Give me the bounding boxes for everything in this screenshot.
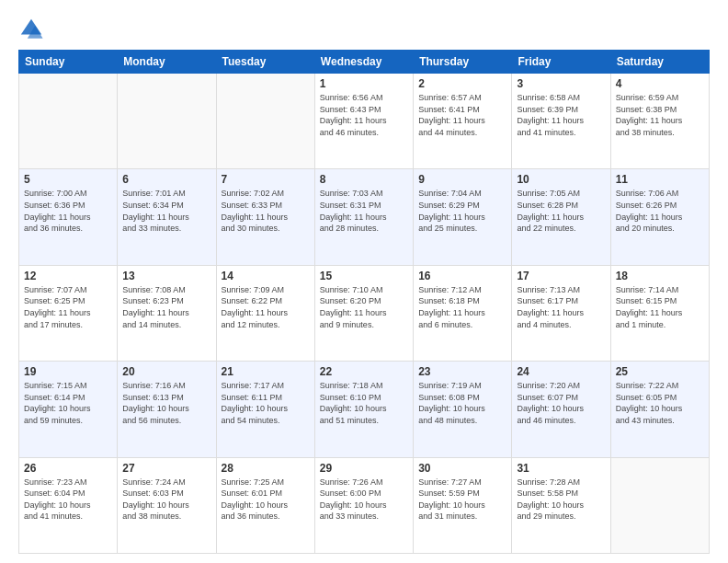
- day-info: Sunrise: 7:00 AMSunset: 6:36 PMDaylight:…: [24, 188, 112, 234]
- calendar-cell: 13Sunrise: 7:08 AMSunset: 6:23 PMDayligh…: [118, 265, 216, 361]
- page: SundayMondayTuesdayWednesdayThursdayFrid…: [0, 0, 728, 563]
- col-header-monday: Monday: [118, 51, 216, 74]
- calendar-cell: 1Sunrise: 6:56 AMSunset: 6:43 PMDaylight…: [314, 74, 413, 169]
- calendar-cell: [19, 74, 118, 169]
- day-number: 7: [222, 173, 310, 186]
- col-header-saturday: Saturday: [610, 51, 709, 74]
- day-info: Sunrise: 7:16 AMSunset: 6:13 PMDaylight:…: [122, 380, 210, 426]
- calendar-week-row: 1Sunrise: 6:56 AMSunset: 6:43 PMDaylight…: [19, 74, 710, 169]
- day-info: Sunrise: 7:13 AMSunset: 6:17 PMDaylight:…: [517, 284, 605, 330]
- calendar-cell: 24Sunrise: 7:20 AMSunset: 6:07 PMDayligh…: [512, 362, 610, 457]
- day-number: 3: [517, 77, 605, 90]
- day-number: 11: [616, 173, 704, 186]
- day-number: 30: [418, 462, 506, 475]
- calendar-cell: 16Sunrise: 7:12 AMSunset: 6:18 PMDayligh…: [414, 265, 512, 361]
- calendar-cell: 5Sunrise: 7:00 AMSunset: 6:36 PMDaylight…: [19, 169, 118, 265]
- day-number: 19: [24, 365, 112, 378]
- day-number: 22: [320, 365, 408, 378]
- calendar-cell: [610, 457, 709, 553]
- day-info: Sunrise: 7:17 AMSunset: 6:11 PMDaylight:…: [222, 380, 310, 426]
- calendar-cell: 22Sunrise: 7:18 AMSunset: 6:10 PMDayligh…: [314, 362, 413, 457]
- day-number: 29: [320, 462, 408, 475]
- day-info: Sunrise: 7:19 AMSunset: 6:08 PMDaylight:…: [418, 380, 506, 426]
- calendar-cell: [216, 74, 314, 169]
- day-info: Sunrise: 7:08 AMSunset: 6:23 PMDaylight:…: [122, 284, 210, 330]
- day-number: 9: [418, 173, 506, 186]
- day-info: Sunrise: 7:18 AMSunset: 6:10 PMDaylight:…: [320, 380, 408, 426]
- calendar-cell: 19Sunrise: 7:15 AMSunset: 6:14 PMDayligh…: [19, 362, 118, 457]
- calendar-table: SundayMondayTuesdayWednesdayThursdayFrid…: [18, 50, 710, 554]
- calendar-cell: 25Sunrise: 7:22 AMSunset: 6:05 PMDayligh…: [610, 362, 709, 457]
- day-number: 1: [320, 77, 408, 90]
- day-number: 28: [222, 462, 310, 475]
- day-info: Sunrise: 7:12 AMSunset: 6:18 PMDaylight:…: [418, 284, 506, 330]
- calendar-cell: 21Sunrise: 7:17 AMSunset: 6:11 PMDayligh…: [216, 362, 314, 457]
- day-info: Sunrise: 7:20 AMSunset: 6:07 PMDaylight:…: [517, 380, 605, 426]
- calendar-cell: 30Sunrise: 7:27 AMSunset: 5:59 PMDayligh…: [414, 457, 512, 553]
- calendar-cell: 26Sunrise: 7:23 AMSunset: 6:04 PMDayligh…: [19, 457, 118, 553]
- calendar-cell: 27Sunrise: 7:24 AMSunset: 6:03 PMDayligh…: [118, 457, 216, 553]
- day-info: Sunrise: 7:07 AMSunset: 6:25 PMDaylight:…: [24, 284, 112, 330]
- day-number: 15: [320, 270, 408, 282]
- calendar-cell: 12Sunrise: 7:07 AMSunset: 6:25 PMDayligh…: [19, 265, 118, 361]
- col-header-wednesday: Wednesday: [314, 51, 413, 74]
- day-number: 13: [122, 270, 210, 282]
- day-number: 21: [222, 365, 310, 378]
- day-info: Sunrise: 6:56 AMSunset: 6:43 PMDaylight:…: [320, 92, 408, 138]
- day-number: 20: [122, 365, 210, 378]
- calendar-cell: 8Sunrise: 7:03 AMSunset: 6:31 PMDaylight…: [314, 169, 413, 265]
- day-info: Sunrise: 7:06 AMSunset: 6:26 PMDaylight:…: [616, 188, 704, 234]
- day-number: 5: [24, 173, 112, 186]
- day-info: Sunrise: 7:22 AMSunset: 6:05 PMDaylight:…: [616, 380, 704, 426]
- calendar-header-row: SundayMondayTuesdayWednesdayThursdayFrid…: [19, 51, 710, 74]
- calendar-cell: 6Sunrise: 7:01 AMSunset: 6:34 PMDaylight…: [118, 169, 216, 265]
- day-number: 25: [616, 365, 704, 378]
- day-number: 24: [517, 365, 605, 378]
- day-info: Sunrise: 7:27 AMSunset: 5:59 PMDaylight:…: [418, 477, 506, 523]
- day-number: 17: [517, 270, 605, 282]
- calendar-cell: 3Sunrise: 6:58 AMSunset: 6:39 PMDaylight…: [512, 74, 610, 169]
- calendar-cell: 29Sunrise: 7:26 AMSunset: 6:00 PMDayligh…: [314, 457, 413, 553]
- day-info: Sunrise: 7:01 AMSunset: 6:34 PMDaylight:…: [122, 188, 210, 234]
- day-number: 10: [517, 173, 605, 186]
- day-number: 16: [418, 270, 506, 282]
- day-info: Sunrise: 7:09 AMSunset: 6:22 PMDaylight:…: [222, 284, 310, 330]
- calendar-cell: 7Sunrise: 7:02 AMSunset: 6:33 PMDaylight…: [216, 169, 314, 265]
- day-number: 27: [122, 462, 210, 475]
- calendar-cell: 31Sunrise: 7:28 AMSunset: 5:58 PMDayligh…: [512, 457, 610, 553]
- calendar-cell: 17Sunrise: 7:13 AMSunset: 6:17 PMDayligh…: [512, 265, 610, 361]
- day-number: 26: [24, 462, 112, 475]
- day-number: 18: [616, 270, 704, 282]
- day-info: Sunrise: 7:15 AMSunset: 6:14 PMDaylight:…: [24, 380, 112, 426]
- day-number: 23: [418, 365, 506, 378]
- day-number: 4: [616, 77, 704, 90]
- day-info: Sunrise: 7:24 AMSunset: 6:03 PMDaylight:…: [122, 477, 210, 523]
- day-info: Sunrise: 7:10 AMSunset: 6:20 PMDaylight:…: [320, 284, 408, 330]
- calendar-cell: 11Sunrise: 7:06 AMSunset: 6:26 PMDayligh…: [610, 169, 709, 265]
- calendar-cell: 20Sunrise: 7:16 AMSunset: 6:13 PMDayligh…: [118, 362, 216, 457]
- day-info: Sunrise: 7:23 AMSunset: 6:04 PMDaylight:…: [24, 477, 112, 523]
- header: [18, 17, 710, 42]
- day-number: 14: [222, 270, 310, 282]
- calendar-week-row: 5Sunrise: 7:00 AMSunset: 6:36 PMDaylight…: [19, 169, 710, 265]
- day-info: Sunrise: 7:14 AMSunset: 6:15 PMDaylight:…: [616, 284, 704, 330]
- day-number: 12: [24, 270, 112, 282]
- day-number: 6: [122, 173, 210, 186]
- logo: [18, 17, 48, 42]
- calendar-cell: 28Sunrise: 7:25 AMSunset: 6:01 PMDayligh…: [216, 457, 314, 553]
- day-number: 8: [320, 173, 408, 186]
- day-info: Sunrise: 7:03 AMSunset: 6:31 PMDaylight:…: [320, 188, 408, 234]
- calendar-cell: 2Sunrise: 6:57 AMSunset: 6:41 PMDaylight…: [414, 74, 512, 169]
- day-info: Sunrise: 6:59 AMSunset: 6:38 PMDaylight:…: [616, 92, 704, 138]
- col-header-sunday: Sunday: [19, 51, 118, 74]
- col-header-friday: Friday: [512, 51, 610, 74]
- calendar-cell: 18Sunrise: 7:14 AMSunset: 6:15 PMDayligh…: [610, 265, 709, 361]
- day-info: Sunrise: 7:05 AMSunset: 6:28 PMDaylight:…: [517, 188, 605, 234]
- calendar-week-row: 19Sunrise: 7:15 AMSunset: 6:14 PMDayligh…: [19, 362, 710, 457]
- col-header-tuesday: Tuesday: [216, 51, 314, 74]
- calendar-cell: 9Sunrise: 7:04 AMSunset: 6:29 PMDaylight…: [414, 169, 512, 265]
- day-info: Sunrise: 7:25 AMSunset: 6:01 PMDaylight:…: [222, 477, 310, 523]
- calendar-cell: 14Sunrise: 7:09 AMSunset: 6:22 PMDayligh…: [216, 265, 314, 361]
- day-number: 2: [418, 77, 506, 90]
- calendar-cell: 15Sunrise: 7:10 AMSunset: 6:20 PMDayligh…: [314, 265, 413, 361]
